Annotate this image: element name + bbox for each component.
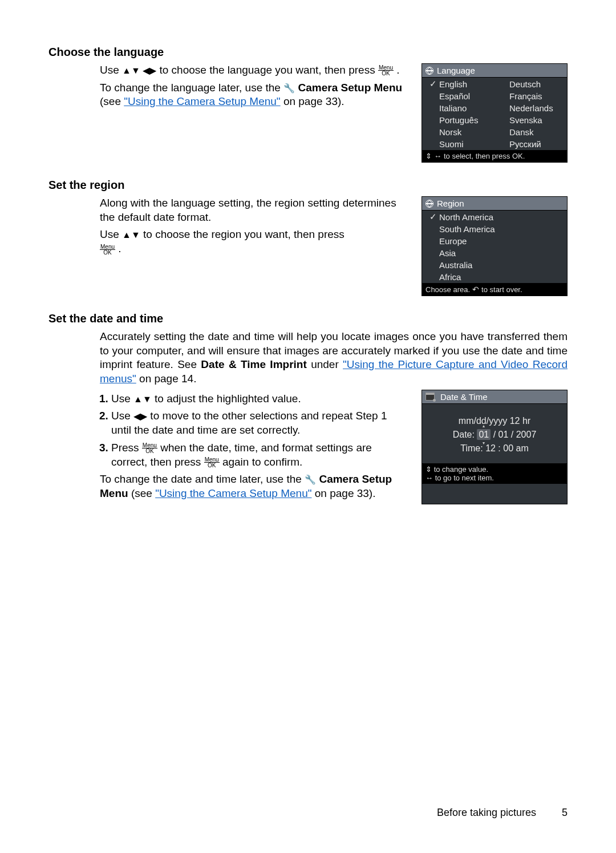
- region-item[interactable]: Asia: [424, 247, 565, 259]
- list-item: Use ▲▼ to adjust the highlighted value.: [111, 392, 407, 406]
- page-footer: Before taking pictures 5: [437, 807, 568, 819]
- language-item[interactable]: Suomi: [424, 138, 495, 150]
- screenshot-region-header: Region: [422, 197, 567, 211]
- calendar-clock-icon: [425, 393, 435, 401]
- language-item[interactable]: ✓English: [424, 78, 495, 90]
- region-item[interactable]: Europe: [424, 235, 565, 247]
- page-number: 5: [562, 807, 568, 819]
- screenshot-datetime: Date & Time mm/dd/yyyy 12 hr Date: 01 / …: [422, 390, 568, 504]
- menu-ok-icon: MenuOK: [142, 443, 157, 454]
- heading-choose-language: Choose the language: [48, 46, 568, 59]
- datetime-highlight[interactable]: 01: [477, 429, 491, 440]
- section-set-datetime: Set the date and time Accurately setting…: [48, 312, 568, 504]
- list-item: Use ◀▶ to move to the other selections a…: [111, 409, 407, 437]
- language-item[interactable]: Français: [495, 90, 565, 102]
- screenshot-region: Region ✓North America South America Euro…: [422, 196, 568, 296]
- check-icon: ✓: [429, 212, 437, 222]
- leftright-arrows-icon: ◀▶: [133, 411, 147, 421]
- menu-ok-icon: MenuOK: [204, 457, 220, 468]
- language-item[interactable]: Dansk: [495, 126, 565, 138]
- menu-ok-icon: MenuOK: [100, 244, 115, 255]
- language-item[interactable]: Deutsch: [495, 78, 565, 90]
- globe-icon: [425, 200, 433, 208]
- region-list: ✓North America South America Europe Asia…: [422, 211, 567, 283]
- undo-icon: ↶: [472, 285, 479, 294]
- region-item[interactable]: South America: [424, 223, 565, 235]
- screenshot-language: Language ✓English Deutsch Español França…: [422, 63, 568, 163]
- screenshot-language-footer: ⇕ ↔ to select, then press OK.: [422, 150, 567, 162]
- heading-set-datetime: Set the date and time: [48, 312, 568, 325]
- datetime-date[interactable]: Date: 01 / 01 / 2007: [422, 428, 567, 442]
- link-camera-setup-menu[interactable]: "Using the Camera Setup Menu": [124, 95, 280, 107]
- datetime-steps: Use ▲▼ to adjust the highlighted value. …: [100, 392, 407, 469]
- section-set-region: Set the region Along with the language s…: [48, 179, 568, 296]
- updown-leftright-arrows-icon: ▲▼ ◀▶: [122, 66, 156, 75]
- para-region-2: Use ▲▼ to choose the region you want, th…: [100, 228, 407, 256]
- leftright-icon: ↔: [425, 474, 433, 482]
- updown-arrows-icon: ▲▼: [122, 230, 140, 240]
- para-region-1: Along with the language setting, the reg…: [100, 196, 407, 224]
- language-item[interactable]: Português: [424, 114, 495, 126]
- language-item[interactable]: Nederlands: [495, 102, 565, 114]
- para-datetime-2: To change the date and time later, use t…: [100, 472, 407, 500]
- updown-icon: ⇕: [425, 465, 432, 474]
- globe-icon: [425, 67, 433, 75]
- screenshot-datetime-header: Date & Time: [422, 390, 567, 404]
- heading-set-region: Set the region: [48, 179, 568, 192]
- menu-ok-icon: MenuOK: [378, 65, 394, 76]
- section-choose-language: Choose the language Use ▲▼ ◀▶ to choose …: [48, 46, 568, 163]
- region-item[interactable]: Africa: [424, 271, 565, 283]
- para-datetime-1: Accurately setting the date and time wil…: [100, 330, 568, 386]
- leftright-icon: ↔: [434, 152, 441, 160]
- link-camera-setup-menu-2[interactable]: "Using the Camera Setup Menu": [155, 487, 311, 499]
- list-item: Press MenuOK when the date, time, and fo…: [111, 441, 407, 469]
- language-item[interactable]: Italiano: [424, 102, 495, 114]
- para-language-2: To change the language later, use the 🔧 …: [100, 81, 407, 109]
- region-item[interactable]: ✓North America: [424, 211, 565, 223]
- updown-arrows-icon: ▲▼: [133, 394, 152, 403]
- screenshot-datetime-footer: ⇕ to change value. ↔ to go to next item.: [422, 463, 567, 484]
- footer-text: Before taking pictures: [437, 807, 536, 818]
- wrench-icon: 🔧: [283, 83, 295, 93]
- language-item[interactable]: Español: [424, 90, 495, 102]
- para-language-1: Use ▲▼ ◀▶ to choose the language you wan…: [100, 63, 407, 78]
- datetime-body: mm/dd/yyyy 12 hr Date: 01 / 01 / 2007 Ti…: [422, 404, 567, 463]
- language-item[interactable]: Norsk: [424, 126, 495, 138]
- updown-icon: ⇕: [425, 152, 432, 160]
- language-grid: ✓English Deutsch Español Français Italia…: [422, 78, 567, 150]
- datetime-time[interactable]: Time: 12 : 00 am: [422, 442, 567, 455]
- screenshot-region-footer: Choose area. ↶ to start over.: [422, 283, 567, 296]
- region-item[interactable]: Australia: [424, 259, 565, 271]
- check-icon: ✓: [429, 79, 437, 89]
- datetime-format[interactable]: mm/dd/yyyy 12 hr: [422, 414, 567, 428]
- language-item[interactable]: Русский: [495, 138, 565, 150]
- language-item[interactable]: Svenska: [495, 114, 565, 126]
- screenshot-language-header: Language: [422, 64, 567, 78]
- wrench-icon: 🔧: [305, 475, 316, 484]
